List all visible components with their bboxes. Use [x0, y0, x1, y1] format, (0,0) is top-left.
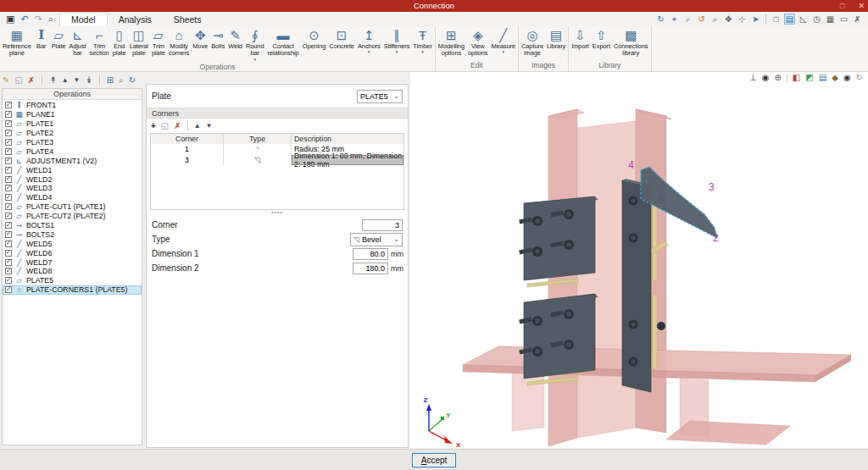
zoom-window-icon[interactable]: ⌕ — [682, 14, 693, 25]
type-select[interactable]: ◹ Bevel ⌄ — [350, 233, 403, 246]
checkbox-icon[interactable] — [5, 139, 12, 146]
ribbon-button-import[interactable]: ⇩Import — [570, 26, 591, 50]
solid-view-icon[interactable]: ◧ — [793, 74, 800, 82]
tab-analysis[interactable]: Analysis — [108, 12, 163, 26]
ribbon-button-end-plate[interactable]: ▯End plate — [111, 26, 128, 58]
checkbox-icon[interactable] — [5, 268, 12, 274]
tree-item-weld8[interactable]: ╱WELD8 — [3, 267, 142, 276]
cut-icon[interactable]: ✗ — [852, 14, 863, 25]
group-icon[interactable]: ⊞ — [107, 76, 114, 85]
angle-icon[interactable]: ◺ — [798, 14, 809, 25]
checkbox-icon[interactable] — [5, 185, 12, 191]
tree-item-plate3[interactable]: ▱PLATE3 — [3, 138, 142, 147]
tree-item-plane1[interactable]: ▦PLANE1 — [3, 110, 142, 119]
materials-view-icon[interactable]: ◆ — [832, 74, 838, 82]
plate-select[interactable]: PLATE5 ⌄ — [357, 90, 403, 103]
ribbon-button-measure[interactable]: ╱Measure — [489, 26, 516, 53]
find-icon[interactable]: ⌕ — [119, 76, 124, 85]
ribbon-button-timber[interactable]: ŦTimber — [411, 26, 433, 53]
ribbon-button-weld[interactable]: ✎Weld — [226, 26, 244, 50]
axes-icon[interactable]: ⊥ — [749, 74, 757, 82]
checkbox-icon[interactable] — [5, 203, 12, 210]
tree-item-plate-cut1[interactable]: ▱PLATE-CUT1 (PLATE1) — [3, 202, 142, 212]
checkbox-icon[interactable] — [5, 176, 12, 183]
delete-icon[interactable]: ✗ — [28, 76, 35, 85]
copy-icon[interactable]: ◱ — [14, 76, 22, 85]
ribbon-button-connections-library[interactable]: ▩Connections library — [612, 26, 650, 58]
ribbon-button-modelling-options[interactable]: ⊞Modelling options — [437, 26, 466, 58]
ribbon-button-view-options[interactable]: ◈View options — [466, 26, 489, 58]
close-icon[interactable]: ✕ — [858, 0, 865, 12]
ribbon-button-bolts[interactable]: ⊸Bolts — [209, 26, 226, 50]
checkbox-icon[interactable] — [5, 148, 12, 155]
tree-item-bolts1[interactable]: ⊸BOLTS1 — [3, 221, 142, 230]
orbit-icon[interactable]: ◉ — [762, 74, 770, 82]
checkbox-icon[interactable] — [5, 194, 12, 201]
ribbon-button-anchors[interactable]: ↥Anchors — [356, 26, 382, 53]
workplane-icon[interactable]: ▤ — [784, 14, 795, 25]
row-down-icon[interactable]: ▼ — [206, 123, 213, 130]
tree-item-plate4[interactable]: ▱PLATE4 — [3, 147, 142, 156]
grid-icon[interactable]: ▦ — [825, 14, 836, 25]
ribbon-button-contact-relationship[interactable]: ▬Contact relationship — [266, 26, 301, 58]
refresh-view-icon[interactable]: ↺ — [696, 14, 707, 25]
layers-view-icon[interactable]: ▤ — [819, 74, 826, 82]
ribbon-button-opening[interactable]: ⊙Opening — [301, 26, 328, 50]
checkbox-icon[interactable] — [5, 259, 12, 266]
visibility-icon[interactable]: ◉ — [843, 74, 851, 82]
rotate-view-icon[interactable]: ↻ — [655, 14, 666, 25]
gimbal-icon[interactable]: ⊕ — [774, 74, 781, 82]
restore-icon[interactable]: □ — [840, 0, 844, 12]
tree-item-weld2[interactable]: ╱WELD2 — [3, 174, 142, 184]
ribbon-button-move[interactable]: ✥Move — [191, 26, 209, 50]
ribbon-button-export[interactable]: ⇧Export — [591, 26, 612, 50]
tab-sheets[interactable]: Sheets — [163, 12, 213, 26]
tree-item-weld6[interactable]: ╱WELD6 — [3, 248, 142, 257]
checkbox-icon[interactable] — [5, 222, 12, 229]
panel-splitter[interactable]: •••• — [147, 210, 408, 217]
magnifier-icon[interactable]: ⌕ — [709, 14, 721, 25]
checkbox-icon[interactable] — [5, 213, 12, 219]
undo-icon[interactable]: ↶ — [20, 14, 28, 24]
ribbon-button-concrete[interactable]: ⊡Concrete — [327, 26, 356, 50]
ribbon-button-modify-corners[interactable]: ⌂Modify corners — [167, 26, 191, 58]
checkbox-icon[interactable] — [5, 111, 12, 118]
search-icon[interactable]: ⌕ — [48, 14, 53, 24]
delete-row-icon[interactable]: ✗ — [174, 122, 181, 130]
row-up-icon[interactable]: ▲ — [194, 123, 201, 130]
move-down-icon[interactable]: ▼ — [74, 77, 81, 84]
ribbon-button-reference-plane[interactable]: ▦Reference plane — [1, 26, 33, 58]
checkbox-icon[interactable] — [5, 286, 12, 293]
add-row-icon[interactable]: + — [151, 122, 156, 130]
tree-item-weld5[interactable]: ╱WELD5 — [3, 239, 142, 248]
checkbox-icon[interactable] — [5, 250, 12, 257]
select-arrow-icon[interactable]: ➤ — [750, 14, 761, 25]
accept-button[interactable]: Accept — [412, 453, 456, 467]
tree-item-plate1[interactable]: ▱PLATE1 — [3, 119, 142, 129]
tree-item-weld1[interactable]: ╱WELD1 — [3, 165, 142, 174]
ribbon-button-trim-plate[interactable]: ▱Trim plate — [150, 26, 167, 58]
checkbox-icon[interactable] — [5, 130, 12, 136]
checkbox-icon[interactable] — [5, 102, 12, 108]
viewport-3d[interactable]: ⊥ ◉ ⊕ ◧ ◩ ▤ ◆ ◉ ↻ — [410, 72, 868, 448]
ribbon-button-round-bar[interactable]: ∮Round bar — [244, 26, 266, 61]
ribbon-button-plate[interactable]: ▱Plate — [50, 26, 68, 50]
ribbon-button-stiffeners[interactable]: ∥Stiffeners — [382, 26, 412, 53]
checkbox-icon[interactable] — [5, 231, 12, 238]
move-view-icon[interactable]: ⊹ — [737, 14, 748, 25]
save-icon[interactable]: ▣ — [6, 14, 14, 24]
tree-item-plate2[interactable]: ▱PLATE2 — [3, 129, 142, 138]
dimension1-input[interactable]: 80.0 — [353, 248, 388, 260]
tree-item-weld3[interactable]: ╱WELD3 — [3, 184, 142, 193]
tree-item-adjustment1[interactable]: ⊾ADJUSTMENT1 (V2) — [3, 156, 142, 165]
tree-item-plate5[interactable]: ▱PLATE5 — [3, 276, 142, 285]
redo-icon[interactable]: ↷ — [35, 14, 42, 24]
checkbox-icon[interactable] — [5, 158, 12, 164]
move-bottom-icon[interactable]: ↡ — [85, 76, 92, 85]
tab-model[interactable]: Model — [59, 12, 108, 26]
ribbon-button-trim-section[interactable]: ⌐Trim section — [88, 26, 111, 58]
transparent-view-icon[interactable]: ◩ — [805, 74, 813, 82]
tree-item-front1[interactable]: IFRONT1 — [3, 101, 142, 110]
wireframe-icon[interactable]: □ — [771, 14, 782, 25]
ribbon-button-image-library[interactable]: ▤Library — [545, 26, 567, 50]
